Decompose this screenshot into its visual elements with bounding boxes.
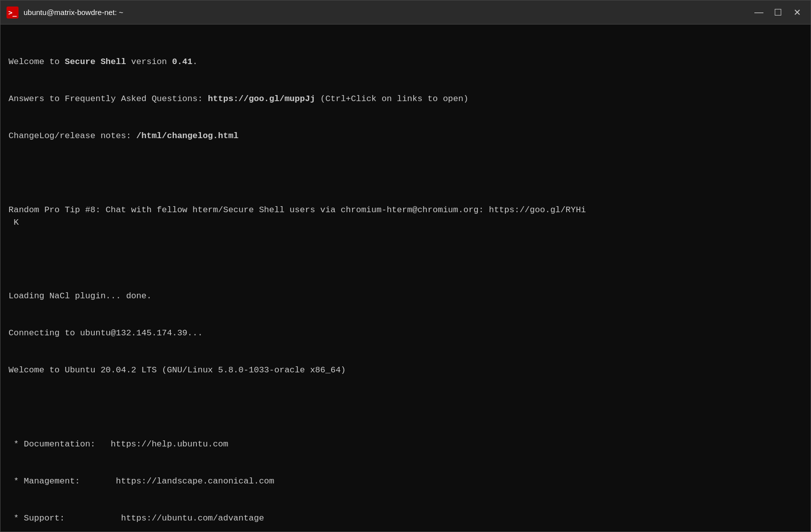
- welcome-period: .: [192, 57, 197, 67]
- welcome-version-pre: version: [126, 57, 172, 67]
- app-icon: >_: [7, 7, 19, 19]
- changelog-link[interactable]: /html/changelog.html: [136, 131, 238, 141]
- window-title: ubuntu@matrix-bowdre-net: ~: [24, 8, 123, 17]
- ubuntu-welcome-line: Welcome to Ubuntu 20.04.2 LTS (GNU/Linux…: [9, 364, 802, 377]
- welcome-version: 0.41: [172, 57, 192, 67]
- blank-3: [9, 401, 802, 414]
- blank-1: [9, 167, 802, 180]
- minimize-button[interactable]: —: [751, 5, 766, 20]
- faq-post: (Ctrl+Click on links to open): [315, 94, 468, 104]
- maximize-button[interactable]: ☐: [770, 5, 785, 20]
- welcome-line-1: Welcome to Secure Shell version 0.41.: [9, 56, 802, 69]
- titlebar: >_ ubuntu@matrix-bowdre-net: ~ — ☐ ✕: [1, 1, 810, 25]
- faq-link[interactable]: https://goo.gl/muppJj: [208, 94, 315, 104]
- faq-line: Answers to Frequently Asked Questions: h…: [9, 93, 802, 106]
- welcome-secure-shell: Secure Shell: [65, 57, 126, 67]
- mgmt-line: * Management: https://landscape.canonica…: [9, 475, 802, 488]
- window-controls: — ☐ ✕: [751, 5, 804, 20]
- faq-pre: Answers to Frequently Asked Questions:: [9, 94, 208, 104]
- blank-2: [9, 254, 802, 266]
- terminal-window: >_ ubuntu@matrix-bowdre-net: ~ — ☐ ✕ Wel…: [0, 0, 811, 532]
- doc-line: * Documentation: https://help.ubuntu.com: [9, 438, 802, 451]
- close-button[interactable]: ✕: [789, 5, 804, 20]
- terminal-content[interactable]: Welcome to Secure Shell version 0.41. An…: [1, 25, 810, 531]
- tip-line: Random Pro Tip #8: Chat with fellow hter…: [9, 204, 802, 229]
- titlebar-left: >_ ubuntu@matrix-bowdre-net: ~: [7, 7, 123, 19]
- connecting-line: Connecting to ubuntu@132.145.174.39...: [9, 327, 802, 340]
- changelog-pre: ChangeLog/release notes:: [9, 131, 136, 141]
- support-line: * Support: https://ubuntu.com/advantage: [9, 512, 802, 525]
- loading-line-1: Loading NaCl plugin... done.: [9, 290, 802, 303]
- changelog-line: ChangeLog/release notes: /html/changelog…: [9, 130, 802, 143]
- welcome-pre: Welcome to: [9, 57, 65, 67]
